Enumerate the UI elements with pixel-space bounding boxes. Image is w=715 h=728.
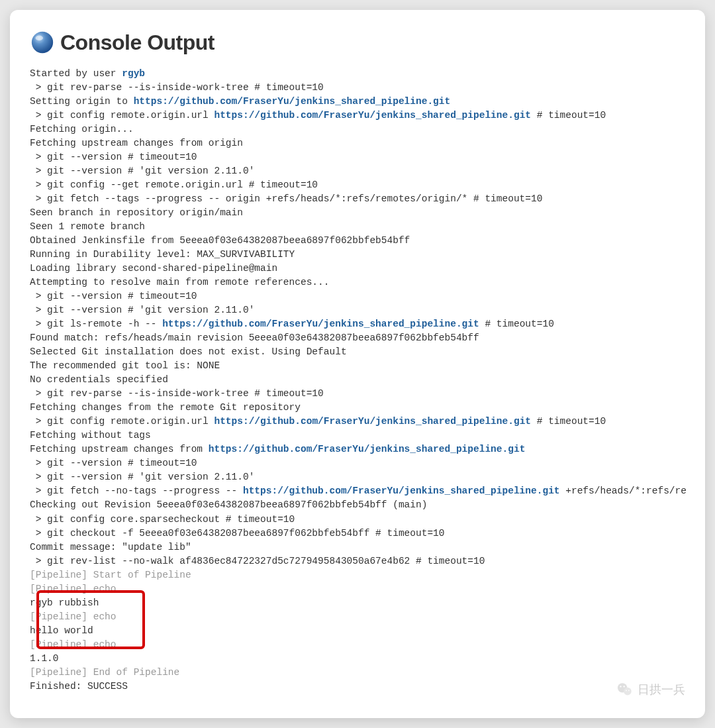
console-line: Loading library second-shared-pipeline@m… xyxy=(30,262,685,276)
console-text: Obtained Jenkinsfile from 5eeea0f03e6438… xyxy=(30,235,410,246)
console-link[interactable]: https://github.com/FraserYu/jenkins_shar… xyxy=(214,110,531,121)
pipeline-marker: [Pipeline] echo xyxy=(30,611,117,622)
console-text: > git rev-parse --is-inside-work-tree # … xyxy=(30,82,324,93)
console-line: Setting origin to https://github.com/Fra… xyxy=(30,95,685,109)
console-text: > git config core.sparsecheckout # timeo… xyxy=(30,514,295,525)
console-line: [Pipeline] echo xyxy=(30,582,685,596)
console-text: > git config --get remote.origin.url # t… xyxy=(30,180,318,190)
console-line: Obtained Jenkinsfile from 5eeea0f03e6438… xyxy=(30,234,685,248)
console-text: Started by user xyxy=(30,68,122,79)
svg-point-7 xyxy=(628,690,630,691)
console-line: > git fetch --no-tags --progress -- http… xyxy=(30,484,685,498)
console-line: > git --version # 'git version 2.11.0' xyxy=(30,164,685,178)
pipeline-marker: [Pipeline] echo xyxy=(30,639,117,650)
console-text: Loading library second-shared-pipeline@m… xyxy=(30,263,277,274)
console-line: Found match: refs/heads/main revision 5e… xyxy=(30,331,685,345)
console-line: Selected Git installation does not exist… xyxy=(30,345,685,359)
console-text: hello world xyxy=(30,625,93,636)
console-line: > git checkout -f 5eeea0f03e64382087beea… xyxy=(30,527,685,541)
watermark-text: 日拱一兵 xyxy=(638,682,685,698)
console-line: Attempting to resolve main from remote r… xyxy=(30,276,685,289)
console-text: Checking out Revision 5eeea0f03e64382087… xyxy=(30,499,427,510)
console-line: > git rev-parse --is-inside-work-tree # … xyxy=(30,81,685,95)
console-line: > git config --get remote.origin.url # t… xyxy=(30,178,685,192)
console-text: # timeout=10 xyxy=(479,319,554,329)
console-line: The recommended git tool is: NONE xyxy=(30,359,685,373)
console-text: +refs/heads/*:refs/re xyxy=(560,486,687,496)
console-line: Seen 1 remote branch xyxy=(30,220,685,234)
console-line: Fetching upstream changes from origin xyxy=(30,136,685,150)
console-line: Running in Durability level: MAX_SURVIVA… xyxy=(30,248,685,262)
watermark: 日拱一兵 xyxy=(616,681,685,698)
console-line: Finished: SUCCESS xyxy=(30,680,685,694)
console-link[interactable]: https://github.com/FraserYu/jenkins_shar… xyxy=(243,486,560,496)
svg-point-4 xyxy=(620,686,621,687)
console-link[interactable]: https://github.com/FraserYu/jenkins_shar… xyxy=(214,416,531,427)
console-link[interactable]: https://github.com/FraserYu/jenkins_shar… xyxy=(209,444,526,454)
console-line: Started by user rgyb xyxy=(30,67,685,81)
console-line: No credentials specified xyxy=(30,373,685,387)
svg-point-5 xyxy=(624,686,625,687)
console-text: Commit message: "update lib" xyxy=(30,542,191,552)
console-line: [Pipeline] Start of Pipeline xyxy=(30,568,685,582)
console-text: Attempting to resolve main from remote r… xyxy=(30,277,329,287)
console-header: Console Output xyxy=(10,30,705,67)
console-text: Seen 1 remote branch xyxy=(30,221,145,232)
console-text: > git rev-parse --is-inside-work-tree # … xyxy=(30,388,324,399)
console-text: > git --version # 'git version 2.11.0' xyxy=(30,305,254,315)
console-text: > git --version # timeout=10 xyxy=(30,152,197,162)
console-line: > git --version # timeout=10 xyxy=(30,456,685,470)
console-line: > git ls-remote -h -- https://github.com… xyxy=(30,317,685,331)
console-text: Selected Git installation does not exist… xyxy=(30,346,347,357)
console-text: Found match: refs/heads/main revision 5e… xyxy=(30,333,479,343)
console-text: # timeout=10 xyxy=(531,416,606,427)
console-line: rgyb rubbish xyxy=(30,596,685,610)
console-line: > git --version # timeout=10 xyxy=(30,150,685,164)
console-text: Setting origin to xyxy=(30,96,134,107)
console-text: > git --version # timeout=10 xyxy=(30,458,197,468)
console-text: > git fetch --no-tags --progress -- xyxy=(30,486,243,496)
console-window: Console Output Started by user rgyb > gi… xyxy=(10,10,705,718)
console-text: > git --version # 'git version 2.11.0' xyxy=(30,472,254,482)
svg-point-6 xyxy=(626,690,627,691)
console-line: > git --version # 'git version 2.11.0' xyxy=(30,303,685,317)
console-output: Started by user rgyb > git rev-parse --i… xyxy=(10,67,705,694)
console-line: Fetching changes from the remote Git rep… xyxy=(30,401,685,415)
console-line: Commit message: "update lib" xyxy=(30,541,685,554)
console-line: > git config core.sparsecheckout # timeo… xyxy=(30,513,685,527)
console-line: Seen branch in repository origin/main xyxy=(30,206,685,220)
console-line: > git --version # 'git version 2.11.0' xyxy=(30,470,685,484)
console-text: No credentials specified xyxy=(30,374,168,385)
console-line: 1.1.0 xyxy=(30,652,685,666)
console-text: > git checkout -f 5eeea0f03e64382087beea… xyxy=(30,528,445,539)
console-line: Fetching upstream changes from https://g… xyxy=(30,442,685,456)
console-text: Seen branch in repository origin/main xyxy=(30,207,243,218)
console-text: > git fetch --tags --progress -- origin … xyxy=(30,193,542,204)
console-link[interactable]: rgyb xyxy=(122,68,145,79)
console-link[interactable]: https://github.com/FraserYu/jenkins_shar… xyxy=(162,319,479,329)
console-text: Running in Durability level: MAX_SURVIVA… xyxy=(30,249,295,260)
console-text: # timeout=10 xyxy=(531,110,606,121)
page-title: Console Output xyxy=(60,30,215,55)
console-line: > git --version # timeout=10 xyxy=(30,289,685,303)
console-text: Fetching upstream changes from xyxy=(30,444,209,454)
console-text: > git --version # timeout=10 xyxy=(30,291,197,301)
console-text: The recommended git tool is: NONE xyxy=(30,360,220,371)
console-text: Fetching changes from the remote Git rep… xyxy=(30,402,301,413)
console-line: hello world xyxy=(30,624,685,638)
pipeline-marker: [Pipeline] echo xyxy=(30,584,117,594)
ball-status-icon xyxy=(30,30,55,55)
console-line: > git config remote.origin.url https://g… xyxy=(30,109,685,123)
console-line: > git rev-parse --is-inside-work-tree # … xyxy=(30,387,685,401)
svg-point-0 xyxy=(32,32,53,53)
svg-point-1 xyxy=(36,36,43,41)
console-text: 1.1.0 xyxy=(30,653,59,664)
console-line: Checking out Revision 5eeea0f03e64382087… xyxy=(30,498,685,512)
svg-point-3 xyxy=(624,688,632,696)
console-text: > git --version # 'git version 2.11.0' xyxy=(30,166,254,176)
console-text: > git ls-remote -h -- xyxy=(30,319,162,329)
console-link[interactable]: https://github.com/FraserYu/jenkins_shar… xyxy=(134,96,451,107)
console-text: Fetching upstream changes from origin xyxy=(30,138,243,148)
console-line: > git config remote.origin.url https://g… xyxy=(30,415,685,429)
console-text: > git config remote.origin.url xyxy=(30,416,214,427)
